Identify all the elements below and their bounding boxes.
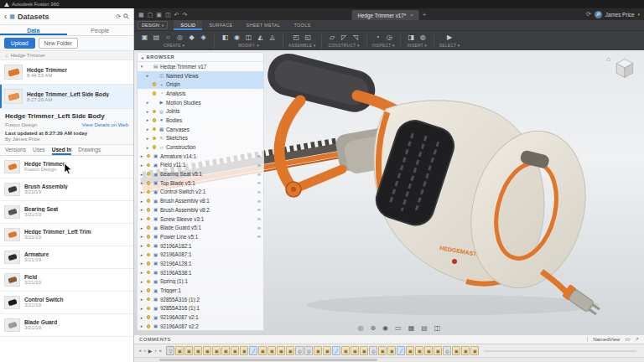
insert-mesh-icon[interactable]: ◨ (406, 32, 417, 43)
assemble-component-icon[interactable]: ◰ (291, 32, 302, 43)
view-details-link[interactable]: View Details on Web (82, 122, 128, 127)
timeline-feature-icon[interactable]: ╱ (397, 346, 405, 355)
create-box-icon[interactable]: ▤ (151, 32, 162, 43)
timeline-feature-icon[interactable]: ▣ (277, 346, 285, 355)
breadcrumb[interactable]: ⌂ Hedge Trimmer (0, 51, 133, 60)
avatar[interactable]: JP (595, 11, 602, 18)
timeline-feature-icon[interactable]: ▣ (341, 346, 350, 355)
visibility-bulb-icon[interactable] (147, 271, 151, 275)
timeline-feature-icon[interactable]: ▣ (378, 346, 387, 355)
horizontal-scrollbar[interactable] (134, 357, 644, 362)
axis-icon[interactable]: ◸ (339, 32, 350, 43)
browser-tree-row[interactable]: ▸▱Construction (138, 142, 263, 152)
browser-tree-row[interactable]: ▸▣Trigger:1 (138, 286, 263, 295)
used-in-item[interactable]: Blade Guard3/21/19 (0, 314, 133, 337)
create-form-icon[interactable]: ◆ (186, 32, 197, 43)
ribbon-group-label[interactable]: CREATE ▾ (164, 44, 184, 48)
timeline-feature-icon[interactable]: ▣ (194, 346, 202, 355)
expand-arrow-icon[interactable]: ▸ (139, 207, 144, 212)
visibility-bulb-icon[interactable] (147, 253, 151, 257)
ribbon-tab-sheet-metal[interactable]: SHEET METAL (239, 20, 287, 30)
timeline-track[interactable] (484, 350, 636, 352)
visibility-bulb-icon[interactable] (147, 288, 151, 292)
upload-button[interactable]: Upload (4, 38, 35, 49)
timeline-feature-icon[interactable]: ╱ (249, 346, 257, 355)
visibility-bulb-icon[interactable] (147, 154, 151, 158)
measure-icon[interactable]: ◔ (372, 32, 383, 43)
scrollbar-thumb[interactable] (159, 359, 377, 361)
expand-arrow-icon[interactable]: ▸ (145, 136, 150, 141)
expand-arrow-icon[interactable]: ▸ (139, 288, 144, 293)
visibility-bulb-icon[interactable] (147, 217, 151, 221)
used-in-item[interactable]: Control Switch3/21/19 (0, 292, 133, 314)
visibility-bulb-icon[interactable] (147, 190, 151, 194)
visibility-bulb-icon[interactable] (147, 261, 151, 266)
ribbon-group-label[interactable]: SELECT ▾ (439, 44, 460, 48)
ribbon-group-label[interactable]: INSPECT ▾ (372, 44, 395, 48)
viewcube[interactable]: ⌂ (606, 55, 637, 80)
timeline-feature-icon[interactable]: ▣ (387, 346, 396, 355)
expand-arrow-icon[interactable]: ▸ (145, 73, 150, 78)
ribbon-group-label[interactable]: CONSTRUCT ▾ (329, 44, 360, 48)
fit-icon[interactable]: ▭ (395, 325, 402, 332)
expand-arrow-icon[interactable]: ▸ (145, 117, 150, 122)
expand-arrow-icon[interactable]: ▸ (139, 180, 144, 185)
home-view-icon[interactable]: ⌂ (606, 55, 610, 63)
timeline-feature-icon[interactable]: ▣ (231, 346, 239, 355)
timeline-feature-icon[interactable]: ▣ (203, 346, 211, 355)
timeline-feature-icon[interactable]: ▣ (424, 346, 433, 355)
expand-arrow-icon[interactable]: ▸ (139, 234, 144, 239)
zoom-icon[interactable]: ◉ (382, 325, 388, 332)
timeline-feature-icon[interactable]: ◎ (369, 346, 377, 355)
expand-arrow-icon[interactable]: ▸ (139, 163, 144, 168)
new-folder-button[interactable]: New Folder (39, 38, 78, 49)
expand-arrow-icon[interactable]: ▸ (145, 109, 150, 114)
browser-tree-row[interactable]: ▸▣Field v11:1∞ (138, 161, 263, 170)
expand-arrow-icon[interactable]: ▸ (145, 100, 150, 105)
expand-arrow-icon[interactable]: ▸ (139, 306, 144, 311)
orbit-icon[interactable]: ◎ (357, 325, 363, 332)
timeline-feature-icon[interactable]: ▣ (415, 346, 423, 355)
document-tab[interactable]: Hedge Trimmer v17* × (352, 10, 419, 20)
shell-icon[interactable]: ◫ (243, 32, 254, 43)
visibility-bulb-icon[interactable] (153, 110, 157, 114)
visibility-bulb-icon[interactable] (153, 118, 157, 122)
visibility-bulb-icon[interactable] (147, 208, 151, 212)
visibility-bulb-icon[interactable] (147, 225, 151, 230)
timeline-feature-icon[interactable]: ▣ (240, 346, 248, 355)
tab-data[interactable]: Data (0, 25, 67, 35)
timeline-feature-icon[interactable]: ╱ (332, 346, 340, 355)
browser-tree-row[interactable]: ◔Analysis (138, 89, 263, 98)
display-settings-icon[interactable]: ▦ (408, 325, 415, 332)
used-in-item[interactable]: Bearing Seat3/21/19 (0, 201, 133, 224)
visibility-bulb-icon[interactable] (147, 172, 151, 176)
go-to-end-icon[interactable]: » (158, 348, 163, 354)
change-parameters-icon[interactable]: ◬ (267, 32, 278, 43)
browser-tree-row[interactable]: ▸▣Armature v14:1∞ (138, 152, 263, 161)
detail-tab-drawings[interactable]: Drawings (78, 145, 101, 155)
timeline-feature-icon[interactable]: ▣ (351, 346, 359, 355)
browser-tree-row[interactable]: ▸◎Joints (138, 106, 263, 116)
expand-arrow-icon[interactable]: ▸ (139, 243, 144, 248)
visibility-bulb-icon[interactable] (153, 82, 157, 86)
browser-tree-row[interactable]: ▸▣Spring (1):1 (138, 277, 263, 287)
press-pull-icon[interactable]: ◧ (220, 32, 231, 43)
file-new-icon[interactable]: ▢ (148, 12, 153, 18)
expand-arrow-icon[interactable]: ▸ (139, 270, 144, 275)
visibility-bulb-icon[interactable] (147, 307, 151, 311)
visibility-bulb-icon[interactable] (147, 244, 151, 248)
expand-arrow-icon[interactable]: ▸ (139, 252, 144, 257)
offset-plane-icon[interactable]: ▱ (327, 32, 338, 43)
detail-tab-versions[interactable]: Versions (5, 145, 26, 155)
ribbon-group-label[interactable]: MODIFY ▾ (238, 44, 259, 48)
design-dropdown[interactable]: DESIGN ▾ (138, 21, 168, 29)
expand-arrow-icon[interactable]: ▸ (139, 189, 144, 194)
point-icon[interactable]: ◹ (351, 32, 361, 43)
timeline-feature-icon[interactable]: ▣ (461, 346, 470, 355)
browser-tree-row[interactable]: ▸✎Sketches (138, 134, 263, 143)
timeline-feature-icon[interactable]: ▣ (406, 346, 414, 355)
detail-tab-uses[interactable]: Uses (33, 145, 45, 155)
timeline-feature-icon[interactable]: ▣ (452, 346, 460, 355)
browser-tree-row[interactable]: ▸▣Power Line v5:1∞ (138, 232, 263, 241)
back-button[interactable]: ‹ (4, 13, 7, 21)
